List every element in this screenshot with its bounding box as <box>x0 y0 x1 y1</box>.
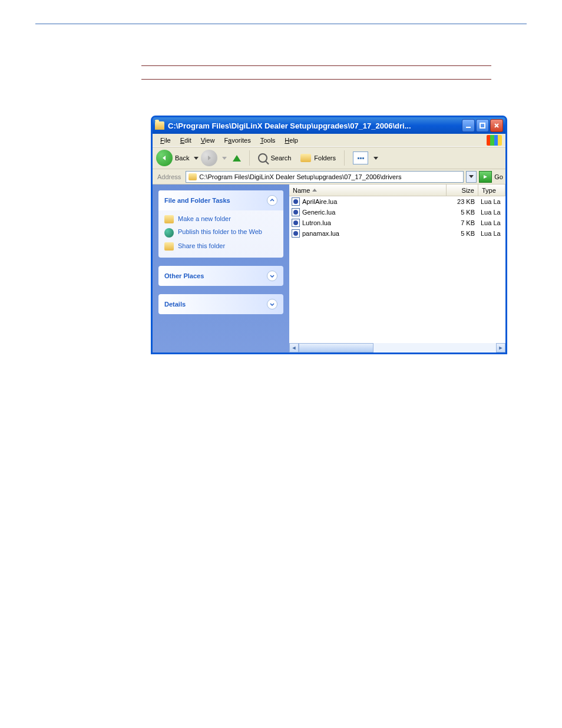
close-button[interactable] <box>490 119 503 132</box>
svg-rect-1 <box>480 123 485 128</box>
task-label: Publish this folder to the Web <box>178 228 262 235</box>
lua-file-icon <box>292 208 300 216</box>
task-label: Make a new folder <box>178 215 231 222</box>
explorer-window: C:\Program Files\DigiLinX Dealer Setup\u… <box>151 116 507 354</box>
chevron-down-icon <box>469 175 474 178</box>
menu-tools[interactable]: Tools <box>256 136 280 145</box>
side-panel: File and Folder Tasks Make a new folder … <box>153 185 289 353</box>
other-places-title: Other Places <box>164 272 204 279</box>
menu-file[interactable]: File <box>156 136 175 145</box>
other-places-panel: Other Places <box>158 266 283 286</box>
share-folder-icon <box>164 242 174 251</box>
address-label: Address <box>155 173 183 180</box>
svg-rect-0 <box>466 127 471 128</box>
forward-button <box>201 150 217 166</box>
search-button[interactable]: Search <box>254 151 295 164</box>
go-label: Go <box>494 173 503 180</box>
column-name-label: Name <box>293 187 310 194</box>
file-name: panamax.lua <box>302 230 339 237</box>
titlebar[interactable]: C:\Program Files\DigiLinX Dealer Setup\u… <box>153 117 505 134</box>
scroll-right-button[interactable]: ► <box>496 343 505 353</box>
details-header[interactable]: Details <box>158 294 283 314</box>
forward-dropdown-icon <box>222 157 227 160</box>
toolbar-separator-2 <box>344 150 345 166</box>
menu-view-rest: iew <box>205 137 215 144</box>
folders-button[interactable]: Folders <box>297 152 339 164</box>
new-folder-icon <box>164 215 174 223</box>
menu-tools-rest: ools <box>263 137 275 144</box>
scroll-left-button[interactable]: ◄ <box>289 343 299 353</box>
file-folder-tasks-title: File and Folder Tasks <box>164 197 230 204</box>
menubar: File Edit View Favorites Tools Help <box>153 134 505 147</box>
other-places-header[interactable]: Other Places <box>158 266 283 286</box>
file-name: AprilAire.lua <box>302 198 337 205</box>
back-button[interactable] <box>156 150 173 166</box>
page-top-rule <box>35 24 527 24</box>
collapse-icon[interactable] <box>267 195 277 206</box>
address-input[interactable]: C:\Program Files\DigiLinX Dealer Setup\u… <box>186 171 464 183</box>
menu-edit[interactable]: Edit <box>176 136 196 145</box>
toolbar: Back Search Folders <box>153 147 505 169</box>
task-publish-web[interactable]: Publish this folder to the Web <box>164 228 277 238</box>
file-type: Lua La <box>478 198 505 205</box>
search-label: Search <box>270 154 291 162</box>
file-type: Lua La <box>478 230 505 237</box>
file-name: Generic.lua <box>302 209 335 216</box>
menu-edit-rest: dit <box>184 137 191 144</box>
expand-icon[interactable] <box>267 299 277 309</box>
folders-icon <box>300 154 311 162</box>
column-size[interactable]: Size <box>447 185 478 196</box>
file-size: 5 KB <box>447 230 478 237</box>
file-size: 5 KB <box>447 209 478 216</box>
file-folder-tasks-panel: File and Folder Tasks Make a new folder … <box>158 190 283 258</box>
lua-file-icon <box>292 197 300 206</box>
address-path: C:\Program Files\DigiLinX Dealer Setup\u… <box>199 173 401 180</box>
column-name[interactable]: Name <box>289 185 447 196</box>
maximize-button[interactable] <box>476 119 489 132</box>
file-name: Lutron.lua <box>302 219 331 226</box>
file-list: Name Size Type AprilAire.lua 23 KB Lua L… <box>289 185 505 353</box>
menu-favorites[interactable]: Favorites <box>220 136 254 145</box>
expand-icon[interactable] <box>267 271 277 281</box>
windows-flag-icon <box>487 135 502 146</box>
horizontal-scrollbar[interactable]: ◄ ► <box>289 343 505 353</box>
column-type[interactable]: Type <box>478 185 505 196</box>
list-item[interactable]: panamax.lua 5 KB Lua La <box>289 228 505 239</box>
window-title: C:\Program Files\DigiLinX Dealer Setup\u… <box>168 121 462 130</box>
back-dropdown-icon[interactable] <box>194 157 199 160</box>
list-item[interactable]: AprilAire.lua 23 KB Lua La <box>289 196 505 207</box>
details-panel: Details <box>158 294 283 314</box>
inner-rule-2 <box>141 79 491 80</box>
minimize-button[interactable] <box>462 119 475 132</box>
file-size: 7 KB <box>447 219 478 226</box>
task-share-folder[interactable]: Share this folder <box>164 242 277 251</box>
file-size: 23 KB <box>447 198 478 205</box>
details-title: Details <box>164 301 186 308</box>
up-arrow-icon <box>233 155 241 162</box>
back-label: Back <box>175 154 189 162</box>
folders-label: Folders <box>314 154 336 162</box>
globe-icon <box>164 228 174 238</box>
lua-file-icon <box>292 219 300 227</box>
folder-icon <box>155 121 164 130</box>
menu-help[interactable]: Help <box>280 136 302 145</box>
file-type: Lua La <box>478 219 505 226</box>
scrollbar-track[interactable] <box>299 343 496 353</box>
views-dropdown-icon <box>373 157 378 160</box>
list-item[interactable]: Generic.lua 5 KB Lua La <box>289 207 505 218</box>
scrollbar-thumb[interactable] <box>299 343 373 353</box>
column-size-label: Size <box>462 187 474 194</box>
address-dropdown[interactable] <box>466 171 477 183</box>
toolbar-separator <box>249 150 250 166</box>
views-button[interactable] <box>349 150 382 166</box>
column-type-label: Type <box>482 187 496 194</box>
file-folder-tasks-header[interactable]: File and Folder Tasks <box>158 190 283 210</box>
file-type: Lua La <box>478 209 505 216</box>
menu-fav-rest: vorites <box>232 137 250 144</box>
list-item[interactable]: Lutron.lua 7 KB Lua La <box>289 218 505 228</box>
address-folder-icon <box>189 173 197 180</box>
menu-view[interactable]: View <box>197 136 219 145</box>
task-make-new-folder[interactable]: Make a new folder <box>164 215 277 223</box>
up-button[interactable] <box>229 150 244 166</box>
go-button[interactable] <box>479 171 492 183</box>
